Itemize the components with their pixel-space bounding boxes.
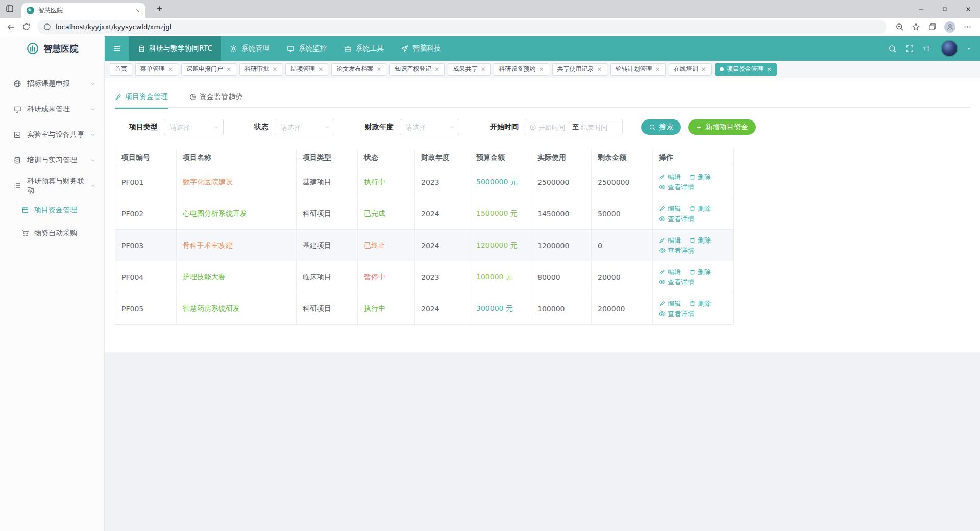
user-menu-caret-icon[interactable] xyxy=(966,45,972,52)
close-icon[interactable]: × xyxy=(376,66,381,73)
topnav-item-system-monitor[interactable]: 系统监控 xyxy=(278,36,335,61)
page-tab-online-training[interactable]: 在线培训× xyxy=(669,63,712,76)
user-avatar[interactable] xyxy=(942,41,957,56)
font-size-icon[interactable]: TT xyxy=(923,43,933,54)
add-button-label: 新增项目资金 xyxy=(705,123,748,132)
page-tab-equipment-booking[interactable]: 科研设备预约× xyxy=(494,63,549,76)
close-icon[interactable]: × xyxy=(480,66,485,73)
sidebar-item-training[interactable]: 培训与实习管理 xyxy=(0,148,104,173)
sidebar-subitem-auto-procurement[interactable]: 物资自动采购 xyxy=(0,222,104,245)
tab-close-icon[interactable] xyxy=(135,8,140,13)
window-maximize-button[interactable] xyxy=(933,0,957,18)
close-icon[interactable]: × xyxy=(272,66,277,73)
close-icon[interactable]: × xyxy=(168,66,173,73)
project-type-select[interactable] xyxy=(164,119,224,135)
close-icon[interactable]: × xyxy=(226,66,231,73)
close-icon[interactable]: × xyxy=(597,66,602,73)
fiscal-year-select[interactable] xyxy=(400,119,459,135)
topnav-item-system-management[interactable]: 系统管理 xyxy=(221,36,278,61)
sidebar-item-lab-sharing[interactable]: 实验室与设备共享 xyxy=(0,122,104,148)
date-separator: 至 xyxy=(572,123,579,132)
page-tab-ip-registration[interactable]: 知识产权登记× xyxy=(389,63,445,76)
tab-actions-icon[interactable] xyxy=(5,4,14,13)
delete-button[interactable]: 删除 xyxy=(689,204,711,214)
close-icon[interactable]: × xyxy=(701,66,706,73)
delete-button[interactable]: 删除 xyxy=(689,235,711,246)
toolbar-right-icons xyxy=(893,21,974,33)
add-project-fund-button[interactable]: 新增项目资金 xyxy=(688,119,756,135)
fiscal-year-label: 财政年度 xyxy=(365,123,394,132)
delete-button[interactable]: 删除 xyxy=(689,172,711,182)
page-tab-paper-archive[interactable]: 论文发布档案× xyxy=(331,63,386,76)
cell-project-name[interactable]: 心电图分析系统开发 xyxy=(177,198,297,230)
edit-button[interactable]: 编辑 xyxy=(659,267,681,277)
close-icon[interactable]: × xyxy=(655,66,660,73)
page-tab-topic-portal[interactable]: 课题申报门户× xyxy=(181,63,236,76)
tab-fund-trend[interactable]: 资金监管趋势 xyxy=(189,86,242,108)
new-tab-icon[interactable] xyxy=(156,5,163,12)
sidebar-item-achievements[interactable]: 科研成果管理 xyxy=(0,96,104,122)
sidebar-subitem-label: 物资自动采购 xyxy=(34,229,77,238)
sidebar-item-bidding[interactable]: 招标课题申报 xyxy=(0,71,104,96)
close-icon[interactable]: × xyxy=(318,66,323,73)
collections-icon[interactable] xyxy=(928,22,937,31)
date-range-picker[interactable]: 至 xyxy=(525,119,623,135)
address-bar[interactable]: localhost/kyyjxxt/kyysycwld/xmzjgl xyxy=(37,20,887,34)
view-details-button[interactable]: 查看详情 xyxy=(659,277,694,287)
trash-icon xyxy=(689,300,696,307)
cart-icon xyxy=(21,229,29,237)
favorite-star-icon[interactable] xyxy=(912,22,920,31)
search-icon[interactable] xyxy=(888,44,897,53)
cell-project-name[interactable]: 骨科手术室改建 xyxy=(177,230,297,261)
page-tab-research-approval[interactable]: 科研审批× xyxy=(239,63,282,76)
sidebar-collapse-icon[interactable] xyxy=(105,36,129,61)
edit-button[interactable]: 编辑 xyxy=(659,235,681,246)
page-tab-home[interactable]: 首页 xyxy=(110,63,132,76)
page-tab-achievement-sharing[interactable]: 成果共享× xyxy=(448,63,491,76)
close-icon[interactable]: × xyxy=(434,66,439,73)
site-info-icon[interactable] xyxy=(43,23,51,31)
end-date-input[interactable] xyxy=(581,124,612,131)
close-icon[interactable]: × xyxy=(767,66,772,73)
edit-button[interactable]: 编辑 xyxy=(659,172,681,182)
fullscreen-icon[interactable] xyxy=(905,44,914,53)
close-icon[interactable]: × xyxy=(538,66,544,73)
edit-button[interactable]: 编辑 xyxy=(659,204,681,214)
page-tab-closure-management[interactable]: 结项管理× xyxy=(285,63,328,76)
page-tab-rotation-plan[interactable]: 轮转计划管理× xyxy=(610,63,666,76)
status-select[interactable] xyxy=(275,119,334,135)
sidebar-item-label: 培训与实习管理 xyxy=(27,156,77,165)
tab-project-funds[interactable]: 项目资金管理 xyxy=(115,86,168,108)
cell-project-name[interactable]: 智慧药房系统研发 xyxy=(177,293,297,325)
topnav-item-system-tools[interactable]: 系统工具 xyxy=(335,36,393,61)
page-tab-menu-management[interactable]: 菜单管理× xyxy=(135,63,178,76)
back-icon[interactable] xyxy=(6,22,15,32)
view-details-button[interactable]: 查看详情 xyxy=(659,309,694,319)
page-tab-project-funds[interactable]: 项目资金管理× xyxy=(715,63,777,76)
eye-icon xyxy=(659,184,666,190)
start-date-input[interactable] xyxy=(538,124,570,131)
refresh-icon[interactable] xyxy=(22,22,31,31)
browser-tab[interactable]: 智慧医院 xyxy=(21,3,145,18)
page-tab-usage-records[interactable]: 共享使用记录× xyxy=(552,63,607,76)
chevron-down-icon xyxy=(90,157,96,163)
delete-button[interactable]: 删除 xyxy=(689,299,711,309)
view-details-button[interactable]: 查看详情 xyxy=(659,214,694,224)
cell-project-name[interactable]: 数字化医院建设 xyxy=(177,166,297,198)
topnav-item-zhinao-tech[interactable]: 智脑科技 xyxy=(393,36,450,61)
search-button[interactable]: 搜索 xyxy=(641,119,681,135)
zoom-icon[interactable] xyxy=(895,22,904,31)
window-minimize-button[interactable] xyxy=(910,0,933,18)
sidebar-subitem-project-funds[interactable]: 项目资金管理 xyxy=(0,199,104,222)
view-details-button[interactable]: 查看详情 xyxy=(659,182,694,192)
window-close-button[interactable] xyxy=(957,0,980,18)
delete-button[interactable]: 删除 xyxy=(689,267,711,277)
topnav-item-research-teaching-rtc[interactable]: 科研与教学协同RTC xyxy=(129,36,221,61)
view-details-button[interactable]: 查看详情 xyxy=(659,246,694,256)
project-type-label: 项目类型 xyxy=(129,123,158,132)
sidebar-item-budget-finance[interactable]: 科研预算与财务联动 xyxy=(0,173,104,199)
browser-profile-avatar[interactable] xyxy=(944,21,955,33)
cell-project-name[interactable]: 护理技能大赛 xyxy=(177,261,297,293)
edit-button[interactable]: 编辑 xyxy=(659,299,681,309)
browser-menu-icon[interactable] xyxy=(963,22,972,31)
